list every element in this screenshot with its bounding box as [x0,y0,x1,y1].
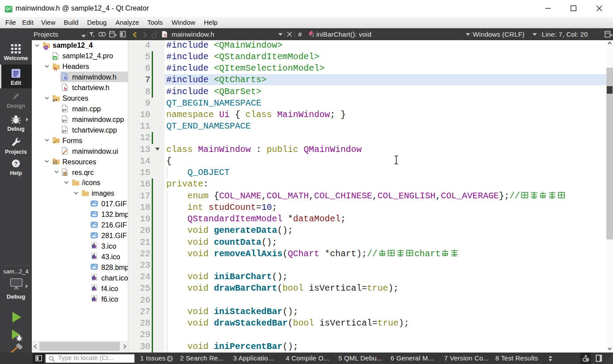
svg-text:h: h [64,76,67,80]
svg-text:c+: c+ [62,118,67,123]
svg-text:?: ? [14,160,18,167]
svg-text:c+: c+ [62,108,67,112]
svg-text:h: h [64,87,67,91]
svg-text:c+: c+ [62,129,67,133]
svg-text:h: h [164,33,167,38]
